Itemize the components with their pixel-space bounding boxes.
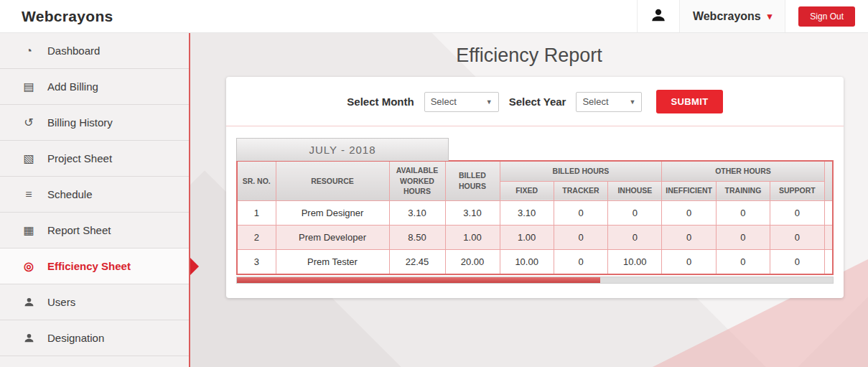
table-cell: 22.45 <box>389 250 445 275</box>
page-title: Efficiency Report <box>190 45 868 67</box>
topbar-right: Webcrayons ▾ Sign Out <box>637 0 868 32</box>
table-cell: 10.00 <box>500 250 554 275</box>
chevron-down-icon: ▼ <box>630 98 636 106</box>
report-card: Select Month Select ▼ Select Year Select… <box>226 77 844 298</box>
select-year-label: Select Year <box>509 96 566 108</box>
schedule-icon: ≡ <box>22 188 36 201</box>
sidebar-item-label: Users <box>47 296 75 308</box>
table-head: SR. NO.RESOURCEAVAILABLE WORKED HOURSBIL… <box>237 161 833 201</box>
table-cell: 1 <box>237 201 276 226</box>
column-header-fixed: FIXED <box>500 181 554 201</box>
sidebar-item-label: Efficiency Sheet <box>47 260 131 272</box>
sidebar-item-label: Project Sheet <box>47 152 112 164</box>
sidebar-item-label: Add Billing <box>47 80 98 93</box>
sidebar-item-label: Designation <box>47 332 104 344</box>
column-header-inefficient: INEFFICIENT <box>662 181 716 201</box>
sidebar-item-report-sheet[interactable]: ▦Report Sheet <box>0 213 189 248</box>
table-cell: Prem Developer <box>276 226 389 250</box>
table-cell: Prem Tester <box>276 250 389 275</box>
period-tab: JULY - 2018 <box>236 138 449 161</box>
table-cell: 20.00 <box>445 250 500 275</box>
sidebar-item-efficiency-sheet[interactable]: ◎Efficiency Sheet <box>0 248 189 284</box>
table-cell: 0 <box>716 201 770 226</box>
table-cell: Prem Designer <box>276 201 389 226</box>
divider <box>226 126 844 126</box>
select-month-label: Select Month <box>347 96 414 108</box>
efficiency-table: SR. NO.RESOURCEAVAILABLE WORKED HOURSBIL… <box>236 160 834 275</box>
sidebar-item-project-sheet[interactable]: ▧Project Sheet <box>0 141 189 177</box>
column-header-support: SUPPORT <box>770 181 824 201</box>
sidebar-item-schedule[interactable]: ≡Schedule <box>0 177 189 213</box>
person-icon <box>650 7 666 26</box>
add-billing-icon: ▤ <box>22 80 36 93</box>
table-cell: 0 <box>770 250 824 275</box>
table-cell-clipped <box>824 250 833 275</box>
scrollbar-thumb[interactable] <box>237 277 600 283</box>
report-sheet-icon: ▦ <box>22 223 36 237</box>
sidebar-item-label: Report Sheet <box>47 224 111 236</box>
table-cell: 0 <box>554 226 607 250</box>
table-cell: 0 <box>608 201 662 226</box>
horizontal-scrollbar[interactable] <box>236 277 834 284</box>
efficiency-sheet-icon: ◎ <box>22 259 36 273</box>
table-cell-clipped <box>824 201 833 226</box>
table-cell: 10.00 <box>608 250 662 275</box>
signout-section: Sign Out <box>785 0 868 32</box>
user-avatar[interactable] <box>637 0 679 32</box>
table-cell: 0 <box>662 250 716 275</box>
table-cell: 0 <box>554 250 607 275</box>
account-menu[interactable]: Webcrayons ▾ <box>679 0 785 32</box>
users-icon <box>22 297 36 307</box>
table-cell: 0 <box>770 226 824 250</box>
table-cell: 3.10 <box>389 201 445 226</box>
sidebar-item-billing-history[interactable]: ↺Billing History <box>0 105 189 141</box>
group-header-other-hours: OTHER HOURS <box>662 161 824 181</box>
table-row: 2Prem Developer8.501.001.0000000 <box>237 226 833 250</box>
project-sheet-icon: ▧ <box>22 152 36 165</box>
table-body: 1Prem Designer3.103.103.10000002Prem Dev… <box>237 201 833 275</box>
month-select[interactable]: Select ▼ <box>424 92 499 112</box>
table-row: 1Prem Designer3.103.103.1000000 <box>237 201 833 226</box>
table-cell: 2 <box>237 226 276 250</box>
report-table-wrap: SR. NO.RESOURCEAVAILABLE WORKED HOURSBIL… <box>236 160 834 284</box>
sidebar-item-designation[interactable]: Designation <box>0 320 189 356</box>
table-cell: 0 <box>662 201 716 226</box>
body-row: ◔Dashboard▤Add Billing↺Billing History▧P… <box>0 33 868 367</box>
sidebar-menu: ◔Dashboard▤Add Billing↺Billing History▧P… <box>0 33 190 367</box>
sidebar-item-dashboard[interactable]: ◔Dashboard <box>0 33 189 69</box>
dashboard-icon: ◔ <box>22 45 36 57</box>
table-cell: 1.00 <box>445 226 500 250</box>
designation-icon <box>22 333 36 343</box>
billing-history-icon: ↺ <box>22 116 36 129</box>
table-row: 3Prem Tester22.4520.0010.00010.00000 <box>237 250 833 275</box>
table-cell: 0 <box>608 226 662 250</box>
table-cell: 3.10 <box>500 201 554 226</box>
main-content: Efficiency Report Select Month Select ▼ … <box>190 33 868 367</box>
sidebar-item-label: Schedule <box>47 188 93 200</box>
table-cell: 1.00 <box>500 226 554 250</box>
chevron-down-icon: ▾ <box>767 11 773 21</box>
sidebar-item-add-billing[interactable]: ▤Add Billing <box>0 69 189 105</box>
sign-out-button[interactable]: Sign Out <box>798 6 855 27</box>
table-cell: 3 <box>237 250 276 275</box>
table-cell-clipped <box>824 226 833 250</box>
table-cell: 0 <box>716 250 770 275</box>
table-cell: 0 <box>662 226 716 250</box>
brand-logo[interactable]: Webcrayons <box>0 8 113 25</box>
column-header-resource: RESOURCE <box>276 161 389 201</box>
table-cell: 8.50 <box>389 226 445 250</box>
filter-bar: Select Month Select ▼ Select Year Select… <box>236 90 834 113</box>
submit-button[interactable]: SUBMIT <box>656 90 722 113</box>
column-header-inhouse: INHOUSE <box>608 181 662 201</box>
column-header-sr-no-: SR. NO. <box>237 161 276 201</box>
sidebar-item-users[interactable]: Users <box>0 284 189 320</box>
column-header-billed-hours: BILLED HOURS <box>445 161 500 201</box>
group-header-billed-hours: BILLED HOURS <box>500 161 662 181</box>
column-header-training: TRAINING <box>716 181 770 201</box>
sidebar-item-label: Billing History <box>47 116 113 129</box>
month-select-value: Select <box>431 96 457 107</box>
table-cell: 3.10 <box>445 201 500 226</box>
table-cell: 0 <box>554 201 607 226</box>
column-header-tracker: TRACKER <box>554 181 607 201</box>
year-select[interactable]: Select ▼ <box>576 92 642 112</box>
